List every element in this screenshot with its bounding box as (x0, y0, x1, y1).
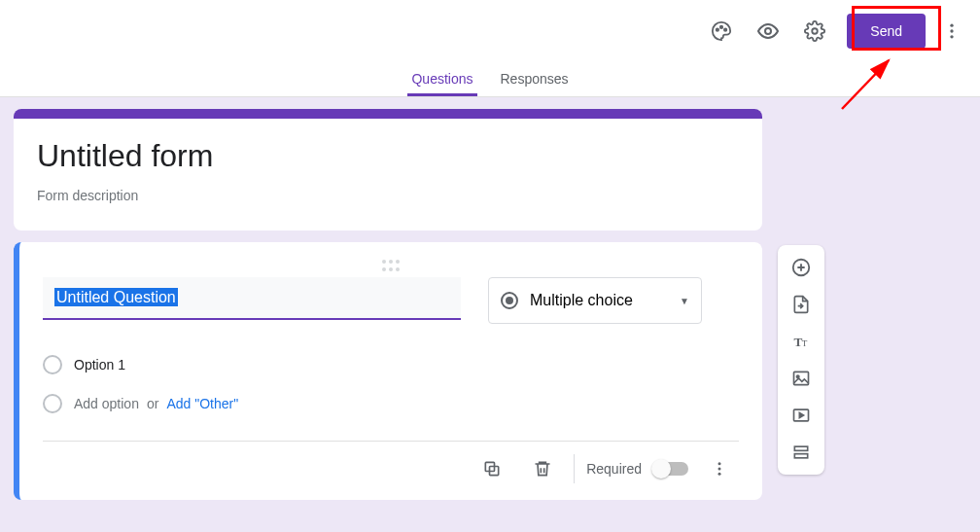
svg-point-2 (724, 28, 726, 30)
question-title-wrap: Untitled Question (43, 277, 461, 320)
more-icon[interactable] (700, 449, 739, 488)
workspace: Untitled form Form description Untitled … (0, 97, 980, 532)
delete-icon[interactable] (523, 449, 562, 488)
radio-icon (43, 394, 62, 413)
question-type-label: Multiple choice (530, 292, 633, 309)
question-footer: Required (43, 441, 739, 488)
radio-icon (43, 355, 62, 374)
svg-point-11 (718, 468, 721, 471)
more-icon[interactable] (931, 11, 972, 52)
add-option-row: Add option or Add "Other" (43, 384, 739, 423)
add-image-icon[interactable] (782, 362, 821, 395)
send-button[interactable]: Send (847, 14, 926, 49)
or-label: or (147, 396, 158, 411)
svg-point-12 (718, 473, 721, 476)
svg-rect-20 (794, 454, 807, 458)
required-toggle[interactable] (653, 462, 688, 476)
svg-point-3 (765, 28, 771, 34)
option-row[interactable]: Option 1 (43, 345, 739, 384)
preview-icon[interactable] (748, 11, 788, 52)
svg-point-6 (950, 29, 953, 32)
svg-rect-16 (794, 372, 809, 384)
svg-rect-19 (794, 446, 807, 450)
svg-point-10 (718, 462, 721, 465)
form-description[interactable]: Form description (37, 188, 739, 203)
question-card[interactable]: Untitled Question Multiple choice ▼ Opti… (14, 242, 762, 500)
svg-text:T: T (802, 338, 808, 348)
header: Send (0, 0, 980, 62)
add-question-icon[interactable] (782, 251, 821, 284)
question-title-text: Untitled Question (54, 288, 178, 306)
radio-icon (501, 292, 518, 309)
tab-responses[interactable]: Responses (497, 71, 573, 96)
tabs: Questions Responses (0, 62, 980, 97)
options-list: Option 1 Add option or Add "Other" (43, 345, 739, 423)
question-row: Untitled Question Multiple choice ▼ (43, 277, 739, 324)
duplicate-icon[interactable] (472, 449, 511, 488)
question-type-select[interactable]: Multiple choice ▼ (488, 277, 702, 324)
svg-point-1 (720, 25, 722, 27)
svg-point-7 (950, 35, 953, 38)
tab-questions[interactable]: Questions (407, 71, 476, 96)
required-label: Required (586, 461, 642, 477)
add-title-icon[interactable]: TT (782, 325, 821, 358)
option-text[interactable]: Option 1 (74, 357, 125, 372)
palette-icon[interactable] (701, 11, 742, 52)
title-card[interactable]: Untitled form Form description (14, 109, 762, 231)
add-other-link[interactable]: Add "Other" (166, 396, 238, 411)
add-video-icon[interactable] (782, 399, 821, 432)
settings-icon[interactable] (794, 11, 835, 52)
form-title[interactable]: Untitled form (37, 138, 739, 174)
add-option-link[interactable]: Add option (74, 396, 139, 411)
svg-point-4 (813, 28, 819, 34)
side-toolbar: TT (778, 245, 824, 475)
svg-point-0 (717, 28, 718, 30)
svg-point-5 (950, 23, 953, 26)
import-icon[interactable] (782, 288, 821, 321)
question-title-input[interactable]: Untitled Question (43, 277, 461, 320)
add-section-icon[interactable] (782, 436, 821, 469)
chevron-down-icon: ▼ (680, 296, 689, 306)
drag-handle-icon[interactable] (379, 260, 402, 271)
divider (574, 454, 575, 483)
